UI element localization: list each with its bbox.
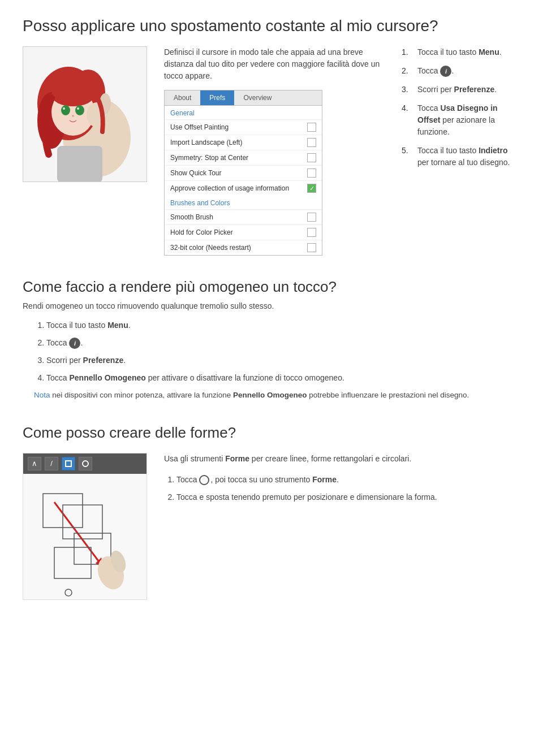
section3-content: ∧ / — [23, 453, 520, 600]
section3-step-1: Tocca , poi tocca su uno strumento Forme… — [176, 474, 520, 486]
step-4: 4. Tocca Usa Disegno in Offset per azion… — [402, 102, 520, 138]
prefs-row-quick-tour: Show Quick Tour — [165, 165, 322, 180]
section2-steps-block: Tocca il tuo tasto Menu. Tocca i. Scorri… — [34, 319, 520, 401]
section2-steps-list: Tocca il tuo tasto Menu. Tocca i. Scorri… — [34, 319, 520, 384]
info-icon-1: i — [440, 66, 451, 77]
section2-note: Nota nei dispositivi con minor potenza, … — [34, 390, 520, 401]
prefs-row-symmetry: Symmetry: Stop at Center — [165, 150, 322, 165]
svg-point-11 — [63, 107, 65, 110]
anime-illustration — [23, 46, 147, 182]
section2-step-4: Tocca Pennello Omogeneo per attivare o d… — [46, 372, 520, 384]
prefs-checkbox-32bit-color[interactable] — [307, 243, 316, 252]
svg-rect-17 — [66, 461, 71, 466]
step-3: 3. Scorri per Preferenze. — [402, 84, 520, 96]
toolbar-icon-circle — [79, 457, 92, 470]
prefs-row-import-landscape: Import Landscape (Left) — [165, 135, 322, 150]
prefs-checkbox-import-landscape[interactable] — [307, 138, 316, 147]
section2-step-3: Scorri per Preferenze. — [46, 355, 520, 366]
toolbar-icon-line: ∧ — [28, 457, 41, 470]
svg-point-10 — [75, 105, 84, 115]
prefs-checkbox-smooth-brush[interactable] — [307, 213, 316, 222]
step-5: 5. Tocca il tuo tasto Indietro per torna… — [402, 145, 520, 169]
section2-subtitle: Rendi omogeneo un tocco rimuovendo qualu… — [23, 301, 520, 310]
svg-rect-16 — [57, 146, 102, 182]
prefs-checkbox-symmetry[interactable] — [307, 153, 316, 162]
prefs-tab-about[interactable]: About — [165, 90, 200, 105]
prefs-section-general: General — [165, 106, 322, 119]
circle-tool-icon — [199, 475, 209, 485]
svg-point-13 — [72, 115, 74, 117]
prefs-checkbox-use-offset[interactable] — [307, 123, 316, 132]
section1-title: Posso applicare uno spostamento costante… — [23, 17, 520, 35]
section2: Come faccio a rendere più omogeneo un to… — [23, 278, 520, 401]
prefs-section-brushes: Brushes and Colors — [165, 196, 322, 209]
section3-intro: Usa gli strumenti Forme per creare linee… — [164, 453, 520, 465]
prefs-panel: About Prefs Overview General Use Offset … — [164, 90, 322, 256]
shapes-drawing-area — [23, 474, 146, 600]
shapes-toolbar: ∧ / — [23, 453, 146, 474]
section1-steps: 1. Tocca il tuo tasto Menu. 2. Tocca i. … — [402, 46, 520, 175]
info-icon-2: i — [69, 338, 80, 349]
section3-right: Usa gli strumenti Forme per creare linee… — [164, 453, 520, 509]
section3-title: Come posso creare delle forme? — [23, 424, 520, 442]
prefs-row-hold-color-picker: Hold for Color Picker — [165, 224, 322, 240]
svg-point-12 — [77, 107, 79, 110]
step-2: 2. Tocca i. — [402, 65, 520, 77]
prefs-row-32bit-color: 32-bit color (Needs restart) — [165, 240, 322, 255]
section3-steps-list: Tocca , poi tocca su uno strumento Forme… — [164, 474, 520, 503]
prefs-tab-prefs[interactable]: Prefs — [200, 90, 234, 105]
svg-point-18 — [83, 461, 88, 466]
prefs-checkbox-hold-color-picker[interactable] — [307, 228, 316, 237]
prefs-row-approve-collection: Approve collection of usage information — [165, 180, 322, 196]
section3-illustration: ∧ / — [23, 453, 147, 600]
toolbar-icon-rect — [62, 457, 75, 470]
prefs-tab-overview[interactable]: Overview — [234, 90, 281, 105]
middle-column: Definisci il cursore in modo tale che ap… — [164, 46, 385, 256]
svg-point-9 — [61, 105, 70, 115]
section2-step-1: Tocca il tuo tasto Menu. — [46, 319, 520, 331]
prefs-row-use-offset: Use Offset Painting — [165, 119, 322, 135]
svg-rect-19 — [23, 474, 147, 600]
toolbar-icon-diagonal: / — [45, 457, 58, 470]
prefs-checkbox-approve-collection[interactable] — [307, 184, 316, 193]
section1-intro: Definisci il cursore in modo tale che ap… — [164, 46, 385, 82]
step-1: 1. Tocca il tuo tasto Menu. — [402, 46, 520, 58]
svg-point-8 — [51, 84, 94, 106]
prefs-tabs: About Prefs Overview — [165, 90, 322, 106]
section1-steps-list: 1. Tocca il tuo tasto Menu. 2. Tocca i. … — [402, 46, 520, 169]
section3-step-2: Tocca e sposta tenendo premuto per posiz… — [176, 491, 520, 503]
section3-steps: Tocca , poi tocca su uno strumento Forme… — [164, 474, 520, 503]
prefs-checkbox-quick-tour[interactable] — [307, 169, 316, 178]
prefs-row-smooth-brush: Smooth Brush — [165, 209, 322, 224]
shapes-svg — [23, 474, 147, 600]
section2-title: Come faccio a rendere più omogeneo un to… — [23, 278, 520, 296]
shapes-illustration-box: ∧ / — [23, 453, 147, 600]
section2-step-2: Tocca i. — [46, 337, 520, 349]
